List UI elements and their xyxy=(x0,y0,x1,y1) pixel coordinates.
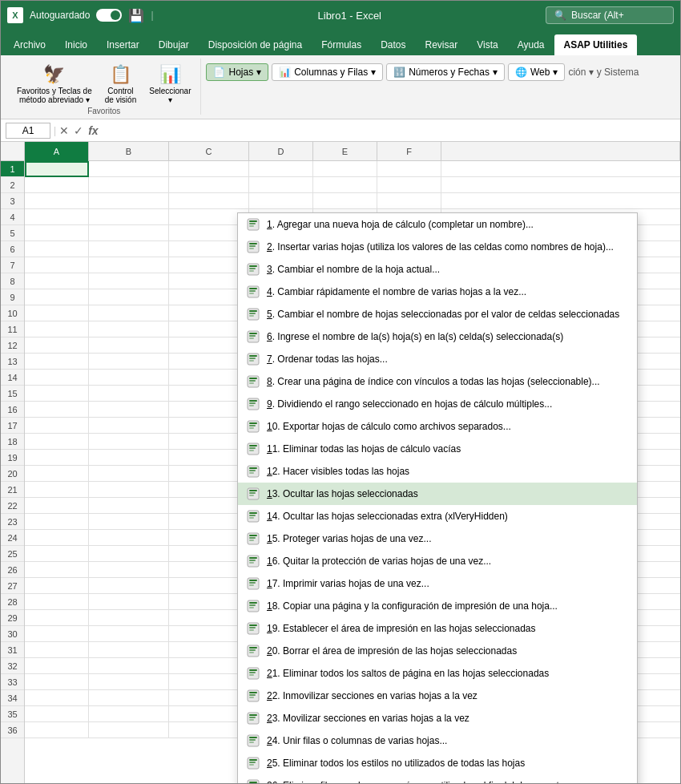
dropdown-columnas[interactable]: 📊 Columnas y Filas ▾ xyxy=(272,63,383,81)
menu-item[interactable]: 4. Cambiar rápidamente el nombre de vari… xyxy=(238,281,637,303)
grid-cell[interactable] xyxy=(25,642,89,658)
autosave-toggle[interactable] xyxy=(96,9,122,22)
menu-item[interactable]: 10. Exportar hojas de cálculo como archi… xyxy=(238,415,637,438)
grid-cell[interactable] xyxy=(89,241,169,257)
btn-seleccionar[interactable]: 📊 Seleccionar▾ xyxy=(144,62,195,107)
grid-cell[interactable] xyxy=(89,370,169,386)
menu-item[interactable]: 8. Crear una página de índice con víncul… xyxy=(238,370,637,393)
col-header-f[interactable]: F xyxy=(377,142,441,161)
grid-cell[interactable] xyxy=(89,434,169,450)
grid-cell[interactable] xyxy=(377,161,441,177)
tab-revisar[interactable]: Revisar xyxy=(416,34,468,55)
grid-cell[interactable] xyxy=(313,177,377,193)
menu-item[interactable]: 13. Ocultar las hojas seleccionadas xyxy=(238,483,637,505)
grid-cell[interactable] xyxy=(89,706,169,722)
grid-cell[interactable] xyxy=(25,578,89,594)
col-header-e[interactable]: E xyxy=(313,142,377,161)
grid-cell[interactable] xyxy=(89,722,169,738)
menu-item[interactable]: 11. Eliminar todas las hojas de cálculo … xyxy=(238,438,637,460)
grid-cell[interactable] xyxy=(25,305,89,321)
col-header-d[interactable]: D xyxy=(249,142,313,161)
grid-cell[interactable] xyxy=(25,450,89,466)
grid-cell[interactable] xyxy=(89,193,169,209)
cell-reference[interactable]: A1 xyxy=(6,123,50,139)
menu-item[interactable]: 23. Movilizar secciones en varias hojas … xyxy=(238,707,637,729)
grid-cell[interactable] xyxy=(89,418,169,434)
dropdown-numeros[interactable]: 🔢 Números y Fechas ▾ xyxy=(386,63,505,81)
menu-item[interactable]: 12. Hacer visibles todas las hojas xyxy=(238,460,637,483)
grid-cell[interactable] xyxy=(25,241,89,257)
grid-cell[interactable] xyxy=(25,530,89,546)
menu-item[interactable]: 17. Imprimir varias hojas de una vez... xyxy=(238,572,637,595)
grid-cell[interactable] xyxy=(313,193,377,209)
grid-cell[interactable] xyxy=(25,546,89,562)
grid-cell[interactable] xyxy=(25,386,89,402)
grid-cell[interactable] xyxy=(25,482,89,498)
grid-cell[interactable] xyxy=(25,225,89,241)
grid-cell[interactable] xyxy=(89,610,169,626)
tab-disposicion[interactable]: Disposición de página xyxy=(199,34,312,55)
menu-item[interactable]: 3. Cambiar el nombre de la hoja actual..… xyxy=(238,258,637,281)
grid-cell[interactable] xyxy=(25,514,89,530)
tab-insertar[interactable]: Insertar xyxy=(97,34,149,55)
grid-cell[interactable] xyxy=(89,562,169,578)
tab-formulas[interactable]: Fórmulas xyxy=(312,34,371,55)
grid-cell[interactable] xyxy=(89,642,169,658)
grid-cell[interactable] xyxy=(89,289,169,305)
menu-item[interactable]: 20. Borrar el área de impresión de las h… xyxy=(238,640,637,662)
grid-cell[interactable] xyxy=(89,514,169,530)
menu-item[interactable]: 15. Proteger varias hojas de una vez... xyxy=(238,527,637,550)
grid-cell[interactable] xyxy=(377,177,441,193)
menu-item[interactable]: 5. Cambiar el nombre de hojas selecciona… xyxy=(238,303,637,325)
grid-cell[interactable] xyxy=(89,482,169,498)
grid-cell[interactable] xyxy=(25,706,89,722)
confirm-icon[interactable]: ✓ xyxy=(74,124,83,137)
grid-cell[interactable] xyxy=(89,402,169,418)
grid-cell[interactable] xyxy=(89,177,169,193)
menu-item[interactable]: 25. Eliminar todos los estilos no utiliz… xyxy=(238,752,637,774)
fx-icon[interactable]: fx xyxy=(88,124,98,137)
grid-cell[interactable] xyxy=(25,337,89,354)
grid-cell[interactable] xyxy=(25,209,89,225)
grid-cell[interactable] xyxy=(25,177,89,193)
grid-cell[interactable] xyxy=(377,193,441,209)
formula-input[interactable] xyxy=(102,125,675,136)
grid-cell[interactable] xyxy=(89,594,169,610)
tab-dibujar[interactable]: Dibujar xyxy=(149,34,199,55)
tab-vista[interactable]: Vista xyxy=(467,34,507,55)
grid-cell[interactable] xyxy=(25,289,89,305)
grid-cell[interactable] xyxy=(89,354,169,370)
grid-cell[interactable] xyxy=(249,177,313,193)
menu-item[interactable]: 1. Agregar una nueva hoja de cálculo (co… xyxy=(238,213,637,236)
grid-cell[interactable] xyxy=(25,690,89,706)
grid-cell[interactable] xyxy=(25,722,89,738)
save-icon[interactable]: 💾 xyxy=(128,8,144,23)
grid-cell[interactable] xyxy=(25,674,89,690)
grid-cell[interactable] xyxy=(25,273,89,289)
grid-cell[interactable] xyxy=(89,321,169,337)
grid-cell[interactable] xyxy=(89,337,169,354)
btn-control-vision[interactable]: 📋 Controlde visión xyxy=(100,62,141,107)
tab-ayuda[interactable]: Ayuda xyxy=(508,34,554,55)
grid-cell[interactable] xyxy=(25,466,89,482)
menu-item[interactable]: 14. Ocultar las hojas seleccionadas extr… xyxy=(238,505,637,527)
col-header-b[interactable]: B xyxy=(89,142,169,161)
menu-item[interactable]: 19. Establecer el área de impresión en l… xyxy=(238,617,637,640)
grid-cell[interactable] xyxy=(89,225,169,241)
menu-item[interactable]: 18. Copiar una página y la configuración… xyxy=(238,595,637,617)
grid-cell[interactable] xyxy=(249,193,313,209)
grid-cell[interactable] xyxy=(249,161,313,177)
dropdown-web[interactable]: 🌐 Web ▾ xyxy=(508,63,565,81)
grid-cell[interactable] xyxy=(25,370,89,386)
menu-item[interactable]: 16. Quitar la protección de varias hojas… xyxy=(238,550,637,572)
grid-cell[interactable] xyxy=(25,434,89,450)
menu-item[interactable]: 9. Dividiendo el rango seleccionado en h… xyxy=(238,393,637,415)
grid-cell[interactable] xyxy=(25,402,89,418)
tab-datos[interactable]: Datos xyxy=(371,34,415,55)
grid-cell[interactable] xyxy=(25,321,89,337)
hojas-dropdown-menu[interactable]: 1. Agregar una nueva hoja de cálculo (co… xyxy=(237,212,638,783)
grid-cell[interactable] xyxy=(169,193,249,209)
tab-inicio[interactable]: Inicio xyxy=(55,34,97,55)
grid-cell[interactable] xyxy=(89,498,169,514)
menu-item[interactable]: 26. Eliminar filas o columnas vacías no … xyxy=(238,774,637,783)
